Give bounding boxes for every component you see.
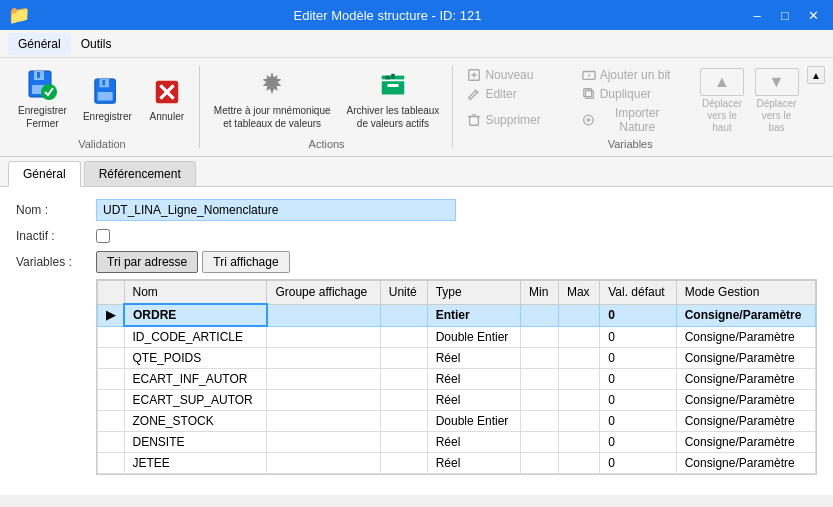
save-close-icon — [26, 69, 58, 101]
save-close-button[interactable]: EnregistrerFermer — [12, 65, 73, 134]
min-cell — [521, 390, 559, 411]
sort-display-button[interactable]: Tri affichage — [202, 251, 289, 273]
actions-group-label: Actions — [208, 136, 446, 152]
val-defaut-cell: 0 — [600, 326, 677, 348]
move-down-container: ▼ Déplacervers le bas — [754, 68, 799, 134]
svg-rect-14 — [382, 81, 405, 94]
max-cell — [558, 411, 599, 432]
nom-input[interactable] — [96, 199, 456, 221]
menu-item-outils[interactable]: Outils — [71, 33, 122, 55]
tab-general[interactable]: Général — [8, 161, 81, 187]
table-row[interactable]: ECART_SUP_AUTORRéel0Consigne/Paramètre — [98, 390, 816, 411]
move-down-button[interactable]: ▼ — [755, 68, 799, 96]
unite-cell — [380, 411, 427, 432]
nom-cell: ID_CODE_ARTICLE — [124, 326, 267, 348]
unite-cell — [380, 390, 427, 411]
unite-cell — [380, 432, 427, 453]
type-cell: Réel — [427, 348, 520, 369]
save-button[interactable]: Enregistrer — [77, 72, 138, 126]
var-small-buttons: Nouveau Ajouter un bit Editer Dupliquer … — [461, 66, 682, 136]
nom-label: Nom : — [16, 203, 96, 217]
unite-cell — [380, 326, 427, 348]
groupe-cell — [267, 326, 380, 348]
type-cell: Réel — [427, 453, 520, 474]
mode-gestion-cell: Consigne/Paramètre — [676, 326, 815, 348]
cancel-button[interactable]: Annuler — [142, 72, 192, 126]
row-arrow-cell — [98, 453, 125, 474]
move-up-button[interactable]: ▲ — [700, 68, 744, 96]
type-cell: Entier — [427, 304, 520, 326]
nom-row: Nom : — [16, 199, 817, 221]
validation-buttons: EnregistrerFermer Enregistrer — [12, 62, 192, 136]
table-row[interactable]: ID_CODE_ARTICLEDouble Entier0Consigne/Pa… — [98, 326, 816, 348]
svg-rect-26 — [470, 117, 479, 126]
table-row[interactable]: ZONE_STOCKDouble Entier0Consigne/Paramèt… — [98, 411, 816, 432]
archive-button[interactable]: Archiver les tableauxde valeurs actifs — [341, 65, 446, 134]
sort-address-button[interactable]: Tri par adresse — [96, 251, 198, 273]
groupe-cell — [267, 411, 380, 432]
save-close-label: EnregistrerFermer — [18, 104, 67, 130]
add-bit-button[interactable]: Ajouter un bit — [576, 66, 682, 84]
archive-label: Archiver les tableauxde valeurs actifs — [347, 104, 440, 130]
edit-button[interactable]: Editer — [461, 85, 567, 103]
mode-gestion-cell: Consigne/Paramètre — [676, 411, 815, 432]
inactif-label: Inactif : — [16, 229, 96, 243]
min-cell — [521, 432, 559, 453]
inactif-row: Inactif : — [16, 229, 817, 243]
col-max: Max — [558, 281, 599, 305]
mode-gestion-cell: Consigne/Paramètre — [676, 453, 815, 474]
col-groupe: Groupe affichage — [267, 281, 380, 305]
delete-label: Supprimer — [485, 113, 540, 127]
duplicate-button[interactable]: Dupliquer — [576, 85, 682, 103]
groupe-cell — [267, 390, 380, 411]
table-row[interactable]: ▶ORDREEntier0Consigne/Paramètre — [98, 304, 816, 326]
val-defaut-cell: 0 — [600, 348, 677, 369]
svg-rect-8 — [103, 80, 106, 86]
col-type: Type — [427, 281, 520, 305]
inactif-checkbox[interactable] — [96, 229, 110, 243]
table-row[interactable]: QTE_POIDSRéel0Consigne/Paramètre — [98, 348, 816, 369]
import-nature-label: Importer Nature — [599, 106, 676, 134]
row-arrow-cell: ▶ — [98, 304, 125, 326]
nom-cell: ECART_SUP_AUTOR — [124, 390, 267, 411]
archive-icon — [377, 69, 409, 101]
type-cell: Réel — [427, 369, 520, 390]
table-row[interactable]: ECART_INF_AUTORRéel0Consigne/Paramètre — [98, 369, 816, 390]
close-button[interactable]: ✕ — [801, 5, 825, 25]
new-button[interactable]: Nouveau — [461, 66, 567, 84]
form-content: Nom : Inactif : Variables : Tri par adre… — [0, 187, 833, 495]
menu-bar: Général Outils — [0, 30, 833, 58]
table-row[interactable]: JETEERéel0Consigne/Paramètre — [98, 453, 816, 474]
col-unite: Unité — [380, 281, 427, 305]
duplicate-label: Dupliquer — [600, 87, 651, 101]
delete-button[interactable]: Supprimer — [461, 104, 567, 136]
unite-cell — [380, 304, 427, 326]
title-bar-controls: – □ ✕ — [745, 5, 825, 25]
mode-gestion-cell: Consigne/Paramètre — [676, 432, 815, 453]
nom-cell: ZONE_STOCK — [124, 411, 267, 432]
actions-buttons: Mettre à jour mnémoniqueet tableaux de v… — [208, 62, 446, 136]
col-nom: Nom — [124, 281, 267, 305]
validation-group-label: Validation — [12, 136, 192, 152]
maximize-button[interactable]: □ — [773, 5, 797, 25]
mode-gestion-cell: Consigne/Paramètre — [676, 304, 815, 326]
tab-referencement[interactable]: Référencement — [84, 161, 196, 186]
import-nature-button[interactable]: Importer Nature — [576, 104, 682, 136]
minimize-button[interactable]: – — [745, 5, 769, 25]
toolbar-group-validation: EnregistrerFermer Enregistrer — [4, 62, 200, 156]
update-mnemonic-button[interactable]: Mettre à jour mnémoniqueet tableaux de v… — [208, 65, 337, 134]
type-cell: Réel — [427, 432, 520, 453]
title-bar: 📁 Editer Modèle structure - ID: 121 – □ … — [0, 0, 833, 30]
nav-buttons-container: ▲ Déplacervers le haut ▼ Déplacervers le… — [698, 66, 799, 136]
svg-rect-7 — [98, 92, 113, 100]
groupe-cell — [267, 432, 380, 453]
menu-item-general[interactable]: Général — [8, 33, 71, 55]
toolbar-collapse-button[interactable]: ▲ — [807, 66, 825, 84]
min-cell — [521, 369, 559, 390]
table-row[interactable]: DENSITERéel0Consigne/Paramètre — [98, 432, 816, 453]
nom-cell: QTE_POIDS — [124, 348, 267, 369]
unite-cell — [380, 453, 427, 474]
min-cell — [521, 326, 559, 348]
nom-cell: ECART_INF_AUTOR — [124, 369, 267, 390]
toolbar: EnregistrerFermer Enregistrer — [0, 58, 833, 157]
